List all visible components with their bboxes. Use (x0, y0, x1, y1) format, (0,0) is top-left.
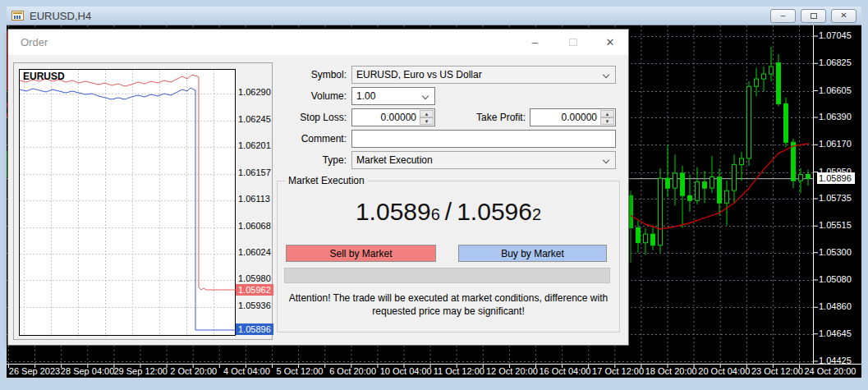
candle (644, 228, 648, 255)
candle (696, 167, 700, 204)
tick-price-label: 1.06245 (238, 114, 271, 124)
candle (666, 145, 670, 196)
tick-price-label: 1.06157 (238, 167, 271, 177)
price-label: 1.05300 (819, 247, 852, 257)
candle (681, 166, 685, 228)
time-label: 10 Oct 04:00 (380, 366, 432, 376)
restore-button[interactable] (801, 9, 826, 23)
price-axis[interactable]: 1.070451.068251.066051.063901.061701.059… (819, 25, 861, 365)
dialog-maximize-button[interactable] (557, 30, 590, 55)
candle (718, 168, 722, 215)
stop-loss-value: 0.00000 (381, 112, 416, 123)
candle (769, 47, 774, 81)
volume-combobox[interactable]: 1.00 (351, 87, 435, 105)
tick-chart-plot: EURUSD (19, 69, 236, 336)
candle (651, 225, 655, 250)
minimize-icon: – (781, 11, 786, 20)
current-price-tag: 1.05896 (817, 172, 855, 184)
tick-price-label: 1.06201 (238, 140, 271, 150)
symbol-value: EURUSD, Euro vs US Dollar (356, 69, 482, 80)
price-label: 1.05735 (819, 193, 852, 203)
candle (762, 67, 766, 91)
candle (740, 152, 744, 181)
sell-by-market-button[interactable]: Sell by Market (286, 245, 436, 262)
type-select[interactable]: Market Execution (351, 151, 616, 169)
candle (755, 68, 759, 97)
tick-price-label: 1.06113 (238, 194, 270, 204)
minimize-button[interactable]: – (770, 9, 796, 23)
time-label: 28 Sep 04:00 (61, 366, 114, 376)
tick-chart-canvas (20, 70, 237, 337)
candle (629, 190, 633, 263)
tick-chart-symbol: EURUSD (23, 71, 65, 82)
bid-price-tag: 1.05896 (236, 323, 273, 335)
progress-bar (284, 268, 610, 283)
dialog-minimize-button[interactable]: – (518, 30, 551, 55)
spin-up-icon[interactable]: ▲ (420, 110, 434, 117)
tick-price-label: 1.05980 (238, 273, 271, 283)
symbol-select[interactable]: EURUSD, Euro vs US Dollar (351, 66, 616, 84)
tick-price-label: 1.05936 (238, 301, 271, 310)
time-label: 29 Sep 12:00 (113, 366, 167, 376)
order-dialog: Order – ✕ EURUSD 1.062901.062451.062011.… (8, 30, 628, 345)
tick-chart-panel: EURUSD 1.062901.062451.062011.061571.061… (13, 62, 273, 340)
comment-input[interactable] (351, 130, 616, 148)
price-label: 1.04645 (819, 328, 852, 338)
time-axis[interactable]: 26 Sep 202328 Sep 04:0029 Sep 12:002 Oct… (7, 365, 861, 378)
bid-ask-price: 1.05896/1.05962 (278, 198, 619, 226)
market-execution-group-label: Market Execution (285, 175, 368, 186)
window-title: EURUSD,H4 (30, 10, 91, 22)
candle (733, 154, 737, 203)
close-button[interactable]: ✕ (831, 9, 857, 23)
dialog-close-button[interactable]: ✕ (594, 30, 627, 55)
dialog-maximize-icon (569, 39, 577, 46)
dialog-close-icon: ✕ (606, 36, 615, 48)
take-profit-value: 0.00000 (562, 112, 597, 123)
time-label: 12 Oct 20:00 (486, 366, 538, 376)
spin-down-icon[interactable]: ▼ (420, 117, 434, 125)
candle (806, 169, 811, 186)
stop-loss-input[interactable]: 0.00000 ▲ ▼ (351, 108, 435, 126)
time-label: 18 Oct 20:00 (645, 366, 697, 376)
time-label: 4 Oct 04:00 (223, 366, 270, 376)
time-label: 5 Oct 12:00 (277, 366, 324, 376)
chevron-down-icon[interactable] (603, 71, 609, 78)
comment-label: Comment: (278, 133, 347, 145)
time-label: 2 Oct 20:00 (170, 366, 217, 376)
ask-price: 1.0596 (457, 198, 532, 225)
time-label: 16 Oct 04:00 (540, 366, 591, 376)
candle (799, 168, 803, 193)
order-dialog-title: Order (21, 36, 48, 48)
candle (725, 181, 729, 225)
buy-by-market-button[interactable]: Buy by Market (458, 245, 607, 262)
chevron-down-icon[interactable] (422, 93, 429, 99)
take-profit-label: Take Profit: (457, 112, 526, 123)
time-label: 20 Oct 04:00 (698, 366, 750, 376)
volume-label: Volume: (278, 90, 347, 102)
volume-value: 1.00 (356, 90, 375, 102)
order-dialog-titlebar[interactable]: Order – ✕ (8, 30, 628, 55)
time-label: 23 Oct 12:00 (751, 366, 803, 376)
price-label: 1.04860 (819, 301, 852, 311)
tick-price-label: 1.06290 (238, 87, 271, 97)
chevron-down-icon[interactable] (603, 157, 609, 163)
tick-price-label: 1.06024 (238, 247, 271, 257)
dialog-minimize-icon: – (531, 36, 537, 48)
time-label: 24 Oct 20:00 (805, 366, 857, 376)
price-label: 1.06390 (819, 112, 852, 122)
attention-text: Attention! The trade will be executed at… (278, 291, 619, 318)
restore-icon (811, 13, 817, 19)
spin-down-icon[interactable]: ▼ (600, 117, 614, 125)
spin-up-icon[interactable]: ▲ (600, 110, 614, 117)
candle (703, 171, 707, 203)
time-label: 17 Oct 12:00 (592, 366, 644, 376)
window-titlebar[interactable]: EURUSD,H4 – ✕ (7, 7, 861, 25)
metatrader-window: EURUSD,H4 – ✕ 1.070451.068251.066051.063… (0, 0, 868, 390)
take-profit-input[interactable]: 0.00000 ▲ ▼ (530, 108, 616, 126)
price-label: 1.05515 (819, 220, 852, 230)
candle (710, 156, 714, 193)
time-label: 26 Sep 2023 (9, 366, 60, 376)
stop-loss-label: Stop Loss: (278, 112, 347, 123)
tick-chart-price-axis: 1.062901.062451.062011.061571.061131.060… (238, 63, 273, 341)
type-value: Market Execution (356, 154, 433, 166)
